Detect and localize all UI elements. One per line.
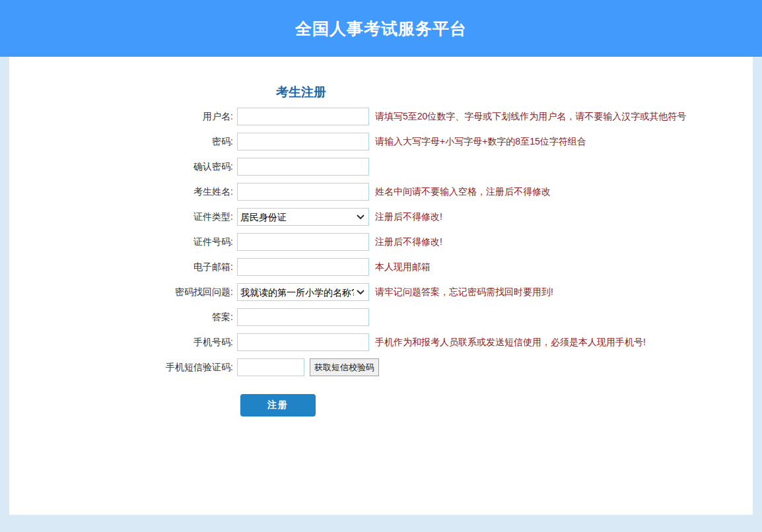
form-row-confirm-password: 确认密码: bbox=[9, 158, 753, 176]
password-input[interactable] bbox=[237, 133, 369, 150]
candidate-name-label: 考生姓名: bbox=[9, 186, 233, 198]
register-button[interactable]: 注册 bbox=[240, 394, 316, 416]
email-label: 电子邮箱: bbox=[9, 261, 233, 273]
candidate-name-input[interactable] bbox=[237, 183, 369, 201]
sms-code-label: 手机短信验证码: bbox=[9, 362, 233, 374]
id-type-select-wrap: 居民身份证 bbox=[237, 208, 369, 226]
form-row-password: 密码: 请输入大写字母+小写字母+数字的8至15位字符组合 bbox=[9, 133, 753, 150]
candidate-name-hint: 姓名中间请不要输入空格，注册后不得修改 bbox=[375, 186, 551, 198]
app-header: 全国人事考试服务平台 bbox=[0, 0, 762, 57]
id-number-label: 证件号码: bbox=[9, 236, 233, 248]
email-input[interactable] bbox=[237, 258, 369, 276]
confirm-password-label: 确认密码: bbox=[9, 161, 233, 173]
username-input[interactable] bbox=[237, 108, 369, 125]
mobile-number-input[interactable] bbox=[237, 333, 369, 351]
id-number-hint: 注册后不得修改! bbox=[375, 236, 442, 248]
form-row-username: 用户名: 请填写5至20位数字、字母或下划线作为用户名，请不要输入汉字或其他符号 bbox=[9, 108, 753, 125]
recovery-question-label: 密码找回问题: bbox=[9, 286, 233, 298]
recovery-question-select-wrap: 我就读的第一所小学的名称? bbox=[237, 283, 369, 301]
username-hint: 请填写5至20位数字、字母或下划线作为用户名，请不要输入汉字或其他符号 bbox=[375, 111, 686, 123]
confirm-password-input[interactable] bbox=[237, 158, 369, 176]
id-type-label: 证件类型: bbox=[9, 211, 233, 223]
email-hint: 本人现用邮箱 bbox=[375, 261, 431, 273]
answer-label: 答案: bbox=[9, 312, 233, 323]
form-row-mobile-number: 手机号码: 手机作为和报考人员联系或发送短信使用，必须是本人现用手机号! bbox=[9, 333, 753, 351]
id-type-hint: 注册后不得修改! bbox=[375, 211, 442, 223]
password-label: 密码: bbox=[9, 136, 233, 148]
form-row-id-type: 证件类型: 居民身份证 注册后不得修改! bbox=[9, 208, 753, 226]
get-sms-code-button[interactable]: 获取短信校验码 bbox=[310, 358, 379, 376]
username-label: 用户名: bbox=[9, 111, 233, 123]
recovery-question-hint: 请牢记问题答案，忘记密码需找回时要用到! bbox=[375, 286, 553, 298]
registration-card: 考生注册 用户名: 请填写5至20位数字、字母或下划线作为用户名，请不要输入汉字… bbox=[9, 57, 753, 515]
id-type-select[interactable]: 居民身份证 bbox=[237, 208, 369, 226]
mobile-number-label: 手机号码: bbox=[9, 337, 233, 349]
form-row-sms-code: 手机短信验证码: 获取短信校验码 bbox=[9, 358, 753, 376]
form-row-candidate-name: 考生姓名: 姓名中间请不要输入空格，注册后不得修改 bbox=[9, 183, 753, 201]
app-title: 全国人事考试服务平台 bbox=[295, 18, 467, 40]
answer-input[interactable] bbox=[237, 308, 369, 326]
recovery-question-select[interactable]: 我就读的第一所小学的名称? bbox=[237, 283, 369, 301]
id-number-input[interactable] bbox=[237, 233, 369, 251]
form-title: 考生注册 bbox=[276, 84, 753, 100]
sms-code-input[interactable] bbox=[237, 358, 304, 376]
form-row-id-number: 证件号码: 注册后不得修改! bbox=[9, 233, 753, 251]
form-row-answer: 答案: bbox=[9, 308, 753, 326]
password-hint: 请输入大写字母+小写字母+数字的8至15位字符组合 bbox=[375, 136, 586, 148]
mobile-number-hint: 手机作为和报考人员联系或发送短信使用，必须是本人现用手机号! bbox=[375, 337, 646, 349]
form-row-email: 电子邮箱: 本人现用邮箱 bbox=[9, 258, 753, 276]
form-row-recovery-question: 密码找回问题: 我就读的第一所小学的名称? 请牢记问题答案，忘记密码需找回时要用… bbox=[9, 283, 753, 301]
